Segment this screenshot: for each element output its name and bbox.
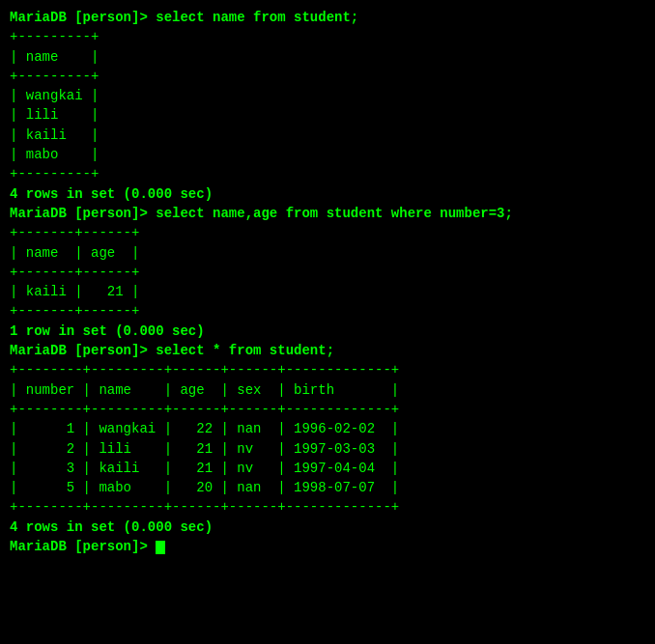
terminal-line-l5: | wangkai | bbox=[10, 86, 645, 105]
terminal-line-l31: MariaDB [person]> bbox=[10, 537, 645, 556]
terminal-line-l26: | 3 | kaili | 21 | nv | 1997-04-04 | bbox=[10, 459, 645, 478]
terminal-line-l25: | 2 | lili | 21 | nv | 1997-03-03 | bbox=[10, 439, 645, 459]
terminal-line-l15: +-------+------+ bbox=[10, 263, 645, 282]
terminal-line-l21: +--------+---------+------+------+------… bbox=[10, 360, 645, 379]
terminal-line-l7: | kaili | bbox=[10, 126, 645, 145]
terminal-line-l1: MariaDB [person]> select name from stude… bbox=[10, 8, 645, 27]
terminal-line-l4: +---------+ bbox=[10, 67, 645, 86]
terminal-line-l6: | lili | bbox=[10, 105, 645, 125]
terminal-line-l17: +-------+------+ bbox=[10, 301, 645, 321]
terminal-line-l20: MariaDB [person]> select * from student; bbox=[10, 341, 645, 360]
terminal-line-l28: +--------+---------+------+------+------… bbox=[10, 497, 645, 517]
terminal-line-l22: | number | name | age | sex | birth | bbox=[10, 380, 645, 400]
terminal-line-l2: +---------+ bbox=[10, 27, 645, 46]
terminal-window: MariaDB [person]> select name from stude… bbox=[10, 8, 645, 636]
terminal-line-l13: +-------+------+ bbox=[10, 223, 645, 242]
terminal-line-l23: +--------+---------+------+------+------… bbox=[10, 400, 645, 419]
terminal-line-l29: 4 rows in set (0.000 sec) bbox=[10, 518, 645, 537]
terminal-line-l18: 1 row in set (0.000 sec) bbox=[10, 322, 645, 341]
terminal-line-l27: | 5 | mabo | 20 | nan | 1998-07-07 | bbox=[10, 478, 645, 497]
terminal-line-l8: | mabo | bbox=[10, 145, 645, 164]
terminal-line-l3: | name | bbox=[10, 47, 645, 67]
terminal-line-l12: MariaDB [person]> select name,age from s… bbox=[10, 204, 645, 223]
terminal-line-l24: | 1 | wangkai | 22 | nan | 1996-02-02 | bbox=[10, 419, 645, 438]
terminal-line-l14: | name | age | bbox=[10, 243, 645, 263]
terminal-line-l10: 4 rows in set (0.000 sec) bbox=[10, 184, 645, 204]
terminal-line-l16: | kaili | 21 | bbox=[10, 282, 645, 301]
terminal-line-l9: +---------+ bbox=[10, 164, 645, 183]
cursor-block bbox=[156, 541, 165, 554]
